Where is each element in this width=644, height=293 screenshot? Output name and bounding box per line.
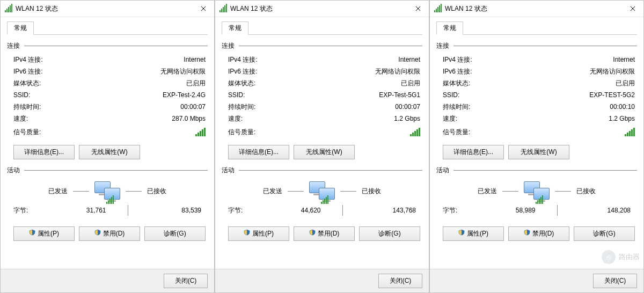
properties-button[interactable]: 属性(P) bbox=[443, 226, 504, 241]
section-activity-label: 活动 bbox=[222, 166, 235, 175]
close-icon bbox=[415, 6, 421, 11]
bytes-label: 字节: bbox=[228, 206, 258, 215]
close-button[interactable] bbox=[622, 1, 643, 17]
disable-button[interactable]: 禁用(D) bbox=[508, 226, 569, 241]
close-icon bbox=[201, 6, 206, 11]
wifi-icon bbox=[434, 4, 442, 14]
close-button[interactable] bbox=[407, 1, 429, 17]
sent-label: 已发送 bbox=[478, 187, 497, 196]
ssid-value: EXP-Test-5G1 bbox=[379, 91, 420, 99]
speed-value: 287.0 Mbps bbox=[172, 115, 206, 122]
bytes-recv-value: 83,539 bbox=[139, 207, 204, 214]
properties-button[interactable]: 属性(P) bbox=[228, 226, 289, 241]
tab-strip: 常规 bbox=[436, 21, 637, 35]
title-bar[interactable]: WLAN 12 状态 bbox=[1, 1, 214, 17]
wifi-icon bbox=[219, 4, 227, 14]
ipv4-value: Internet bbox=[184, 56, 206, 63]
details-button[interactable]: 详细信息(E)... bbox=[228, 145, 289, 159]
section-activity-label: 活动 bbox=[436, 166, 449, 175]
signal-label: 信号质量: bbox=[13, 128, 41, 137]
diagnose-button[interactable]: 诊断(G) bbox=[574, 226, 635, 241]
details-button[interactable]: 详细信息(E)... bbox=[443, 145, 504, 159]
wireless-properties-button[interactable]: 无线属性(W) bbox=[79, 145, 140, 159]
properties-button[interactable]: 属性(P) bbox=[13, 226, 75, 241]
close-dialog-button[interactable]: 关闭(C) bbox=[378, 274, 422, 288]
close-button[interactable] bbox=[193, 1, 214, 17]
section-activity-label: 活动 bbox=[7, 166, 20, 175]
tab-strip: 常规 bbox=[7, 21, 208, 35]
section-connection-label: 连接 bbox=[436, 41, 449, 50]
ssid-value: EXP-Test-2.4G bbox=[163, 91, 206, 99]
section-activity-header: 活动 bbox=[436, 166, 637, 175]
signal-bars-icon bbox=[625, 128, 635, 136]
ipv6-label: IPv6 连接: bbox=[228, 67, 258, 76]
shield-icon bbox=[94, 229, 101, 236]
section-connection-header: 连接 bbox=[222, 41, 422, 50]
diagnose-button[interactable]: 诊断(G) bbox=[359, 226, 420, 241]
received-label: 已接收 bbox=[147, 187, 166, 196]
duration-value: 00:00:07 bbox=[180, 103, 206, 111]
sent-label: 已发送 bbox=[48, 187, 68, 196]
disable-button[interactable]: 禁用(D) bbox=[79, 226, 140, 241]
bytes-sent-value: 58,989 bbox=[473, 207, 546, 214]
disable-button[interactable]: 禁用(D) bbox=[294, 226, 355, 241]
speed-value: 1.2 Gbps bbox=[394, 115, 420, 122]
section-connection-label: 连接 bbox=[7, 41, 20, 50]
media-value: 已启用 bbox=[401, 79, 420, 88]
speed-label: 速度: bbox=[443, 114, 457, 123]
bytes-label: 字节: bbox=[13, 206, 43, 215]
close-dialog-button[interactable]: 关闭(C) bbox=[164, 274, 208, 288]
details-button[interactable]: 详细信息(E)... bbox=[13, 145, 75, 159]
window-title: WLAN 12 状态 bbox=[445, 4, 622, 13]
media-value: 已启用 bbox=[186, 79, 206, 88]
tab-general[interactable]: 常规 bbox=[436, 21, 463, 35]
stage: WLAN 12 状态 常规 连接 IPv4 连接:Internet IPv6 连… bbox=[0, 0, 644, 293]
close-icon bbox=[630, 6, 635, 11]
footer: 关闭(C) bbox=[1, 269, 214, 292]
bytes-sent-value: 31,761 bbox=[43, 207, 117, 214]
received-label: 已接收 bbox=[576, 187, 596, 196]
title-bar[interactable]: WLAN 12 状态 bbox=[430, 1, 643, 17]
signal-label: 信号质量: bbox=[228, 128, 255, 137]
shield-icon bbox=[458, 229, 465, 236]
section-connection-header: 连接 bbox=[436, 41, 637, 50]
bytes-label: 字节: bbox=[443, 206, 473, 215]
ipv4-label: IPv4 连接: bbox=[13, 55, 43, 64]
sent-label: 已发送 bbox=[263, 187, 282, 196]
shield-icon bbox=[524, 229, 530, 236]
diagnose-button[interactable]: 诊断(G) bbox=[144, 226, 206, 241]
wireless-properties-button[interactable]: 无线属性(W) bbox=[294, 145, 355, 159]
section-connection-header: 连接 bbox=[7, 41, 208, 50]
tab-general[interactable]: 常规 bbox=[7, 21, 34, 35]
status-window: WLAN 12 状态 常规 连接 IPv4 连接:Internet IPv6 连… bbox=[0, 0, 215, 293]
tab-strip: 常规 bbox=[222, 21, 422, 35]
signal-bars-icon bbox=[195, 128, 206, 136]
speed-value: 1.2 Gbps bbox=[609, 115, 635, 122]
title-bar[interactable]: WLAN 12 状态 bbox=[215, 1, 429, 17]
close-dialog-button[interactable]: 关闭(C) bbox=[593, 274, 637, 288]
wifi-icon bbox=[5, 4, 12, 14]
signal-bars-icon bbox=[410, 128, 420, 136]
ipv6-label: IPv6 连接: bbox=[443, 67, 472, 76]
media-label: 媒体状态: bbox=[13, 79, 41, 88]
bytes-recv-value: 143,768 bbox=[354, 207, 419, 214]
ipv4-label: IPv4 连接: bbox=[443, 55, 472, 64]
ipv6-value: 无网络访问权限 bbox=[160, 67, 206, 76]
tab-general[interactable]: 常规 bbox=[222, 21, 248, 35]
duration-label: 持续时间: bbox=[13, 102, 41, 112]
ipv4-value: Internet bbox=[398, 56, 420, 63]
speed-label: 速度: bbox=[13, 114, 28, 123]
ssid-label: SSID: bbox=[443, 91, 459, 99]
wireless-properties-button[interactable]: 无线属性(W) bbox=[508, 145, 569, 159]
status-window: WLAN 12 状态 常规 连接 IPv4 连接:Internet IPv6 连… bbox=[429, 0, 644, 293]
footer: 关闭(C) bbox=[215, 269, 429, 292]
watermark: ⎋路由器 bbox=[602, 250, 640, 264]
duration-label: 持续时间: bbox=[443, 102, 470, 112]
watermark-text: 路由器 bbox=[619, 252, 640, 262]
shield-icon bbox=[29, 229, 35, 236]
ipv4-value: Internet bbox=[613, 56, 635, 63]
ssid-label: SSID: bbox=[228, 91, 245, 99]
duration-label: 持续时间: bbox=[228, 102, 255, 112]
received-label: 已接收 bbox=[362, 187, 381, 196]
bytes-recv-value: 148,208 bbox=[568, 207, 633, 214]
